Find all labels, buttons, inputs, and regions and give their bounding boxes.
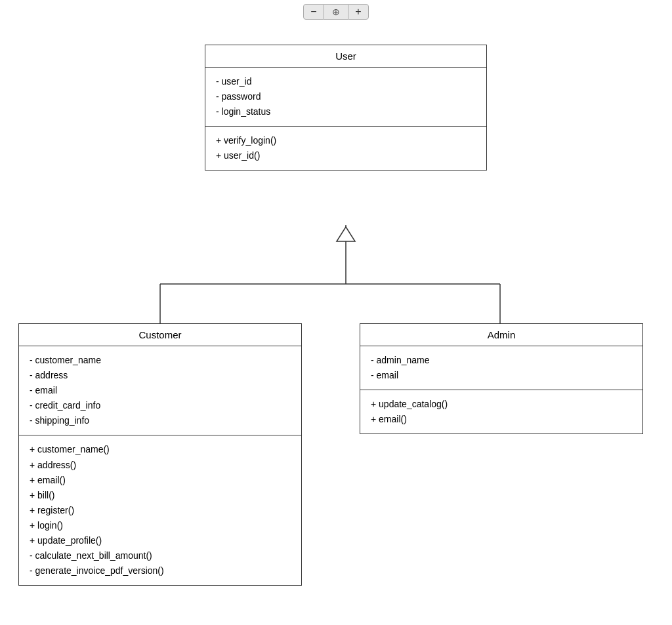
user-attr-0: - user_id — [216, 74, 476, 89]
customer-method-7: - calculate_next_bill_amount() — [30, 548, 291, 563]
admin-methods-section: + update_catalog() + email() — [360, 390, 642, 433]
admin-class-title: Admin — [360, 324, 642, 346]
svg-marker-1 — [337, 227, 355, 241]
customer-attr-3: - credit_card_info — [30, 398, 291, 413]
customer-attr-0: - customer_name — [30, 353, 291, 368]
user-attr-1: - password — [216, 89, 476, 104]
admin-class: Admin - admin_name - email + update_cata… — [360, 323, 643, 434]
customer-class: Customer - customer_name - address - ema… — [18, 323, 302, 586]
customer-methods-section: + customer_name() + address() + email() … — [19, 435, 301, 585]
customer-method-5: + login() — [30, 518, 291, 533]
admin-attr-0: - admin_name — [371, 353, 632, 368]
toolbar: − ⊕ + — [0, 0, 672, 25]
user-method-0: + verify_login() — [216, 133, 476, 148]
user-attributes-section: - user_id - password - login_status — [205, 68, 486, 127]
customer-class-title: Customer — [19, 324, 301, 346]
customer-method-1: + address() — [30, 458, 291, 473]
admin-method-1: + email() — [371, 412, 632, 427]
user-class: User - user_id - password - login_status… — [205, 45, 487, 171]
admin-attributes-section: - admin_name - email — [360, 346, 642, 390]
customer-method-0: + customer_name() — [30, 442, 291, 457]
diagram-area: User - user_id - password - login_status… — [0, 25, 672, 625]
user-methods-section: + verify_login() + user_id() — [205, 127, 486, 170]
customer-attr-2: - email — [30, 383, 291, 398]
zoom-out-button[interactable]: − — [303, 4, 324, 20]
customer-attr-1: - address — [30, 368, 291, 383]
customer-attr-4: - shipping_info — [30, 413, 291, 428]
admin-method-0: + update_catalog() — [371, 397, 632, 412]
customer-method-4: + register() — [30, 503, 291, 518]
customer-attributes-section: - customer_name - address - email - cred… — [19, 346, 301, 435]
user-attr-2: - login_status — [216, 104, 476, 119]
customer-method-6: + update_profile() — [30, 533, 291, 548]
customer-method-8: - generate_invoice_pdf_version() — [30, 563, 291, 578]
customer-method-2: + email() — [30, 473, 291, 488]
zoom-icon: ⊕ — [324, 4, 348, 20]
user-class-title: User — [205, 45, 486, 68]
zoom-in-button[interactable]: + — [348, 4, 369, 20]
customer-method-3: + bill() — [30, 488, 291, 503]
user-method-1: + user_id() — [216, 148, 476, 163]
admin-attr-1: - email — [371, 368, 632, 383]
